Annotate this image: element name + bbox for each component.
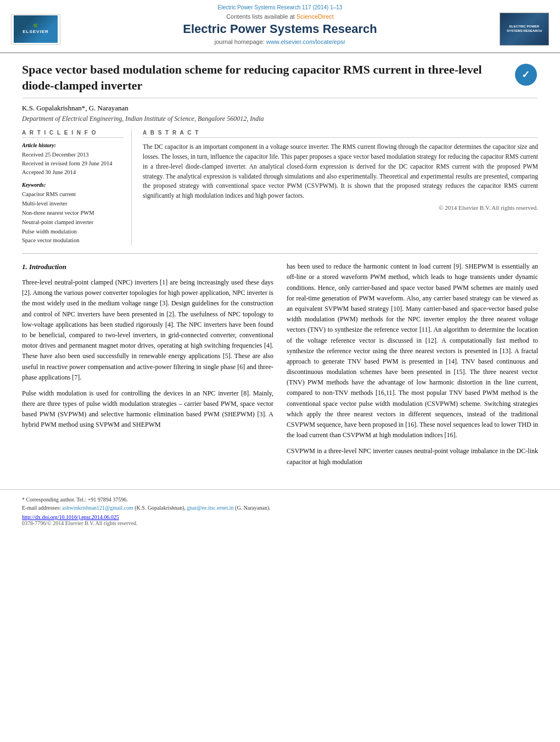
copyright-line: © 2014 Elsevier B.V. All rights reserved… bbox=[143, 204, 538, 211]
top-bar: 🌿 ELSEVIER Contents lists available at S… bbox=[11, 13, 549, 46]
email2-name: (G. Narayanan). bbox=[235, 505, 271, 511]
abstract-text: The DC capacitor is an important compone… bbox=[143, 142, 538, 201]
article-info-label: A R T I C L E I N F O bbox=[22, 130, 124, 138]
accepted: Accepted 30 June 2014 bbox=[22, 168, 124, 177]
section-divider bbox=[22, 253, 538, 254]
authors-text: K.S. Gopalakrishnan*, G. Narayanan bbox=[22, 104, 128, 112]
abstract-label: A B S T R A C T bbox=[143, 130, 538, 138]
article-content: Space vector based modulation scheme for… bbox=[0, 53, 560, 484]
article-history-label: Article history: bbox=[22, 142, 124, 148]
received-revised: Received in revised form 29 June 2014 bbox=[22, 159, 124, 168]
elsevier-label: ELSEVIER bbox=[23, 29, 49, 35]
elsevier-logo: 🌿 ELSEVIER bbox=[11, 14, 60, 44]
page-wrapper: Electric Power Systems Research 117 (201… bbox=[0, 0, 560, 531]
journal-ref-text: Electric Power Systems Research 117 (201… bbox=[218, 4, 343, 10]
footer-area: * Corresponding author. Tel.: +91 97894 … bbox=[0, 489, 560, 531]
received-1: Received 25 December 2013 bbox=[22, 150, 124, 159]
journal-header: Electric Power Systems Research 117 (201… bbox=[0, 0, 560, 53]
intro-para-3: has been used to reduce the harmonic con… bbox=[287, 261, 538, 440]
keyword-capacitor: Capacitor RMS current bbox=[22, 190, 124, 199]
keyword-pulse: Pulse width modulation bbox=[22, 227, 124, 237]
homepage-line: journal homepage: www.elsevier.com/locat… bbox=[71, 38, 489, 45]
keywords-label: Keywords: bbox=[22, 182, 124, 188]
section-1-title: 1. Introduction bbox=[22, 261, 273, 273]
intro-para-1: Three-level neutral-point clamped (NPC) … bbox=[22, 277, 273, 383]
journal-title-header: Electric Power Systems Research bbox=[71, 22, 489, 36]
header-center: Contents lists available at ScienceDirec… bbox=[60, 13, 500, 45]
email1-name: (K.S. Gopalakrishnan), bbox=[135, 505, 186, 511]
sciencedirect-line: Contents lists available at ScienceDirec… bbox=[71, 13, 489, 20]
email2-link[interactable]: gnar@ee.iisc.ernet.in bbox=[187, 505, 234, 511]
corresponding-text: * Corresponding author. Tel.: +91 97894 … bbox=[22, 496, 128, 503]
intro-para-2: Pulse width modulation is used for contr… bbox=[22, 388, 273, 431]
intro-para-4: CSVPWM in a three-level NPC inverter cau… bbox=[287, 446, 538, 467]
authors-line: K.S. Gopalakrishnan*, G. Narayanan bbox=[22, 104, 538, 113]
journal-logo-right: ELECTRIC POWER SYSTEMS RESEARCH bbox=[500, 13, 549, 46]
elsevier-img: 🌿 ELSEVIER bbox=[14, 15, 58, 43]
keyword-space: Space vector modulation bbox=[22, 236, 124, 246]
keyword-nonthree: Non-three nearest vector PWM bbox=[22, 209, 124, 218]
homepage-link[interactable]: www.elsevier.com/locate/epsr bbox=[266, 38, 345, 45]
article-info-abstract: A R T I C L E I N F O Article history: R… bbox=[22, 130, 538, 246]
abstract-col: A B S T R A C T The DC capacitor is an i… bbox=[143, 130, 538, 246]
email-label: E-mail addresses: bbox=[22, 505, 61, 511]
email-line: E-mail addresses: ashwinkrishnan121@gmai… bbox=[22, 504, 538, 512]
journal-ref-line: Electric Power Systems Research 117 (201… bbox=[11, 4, 549, 10]
article-title-section: Space vector based modulation scheme for… bbox=[22, 62, 538, 98]
doi-line[interactable]: http://dx.doi.org/10.1016/j.epsr.2014.06… bbox=[22, 514, 538, 520]
doi-link[interactable]: http://dx.doi.org/10.1016/j.epsr.2014.06… bbox=[22, 514, 119, 520]
keyword-multilevel: Multi-level inverter bbox=[22, 199, 124, 209]
homepage-prefix: journal homepage: bbox=[215, 38, 265, 45]
body-left-col: 1. Introduction Three-level neutral-poin… bbox=[22, 261, 273, 473]
body-section-1: 1. Introduction Three-level neutral-poin… bbox=[22, 261, 538, 473]
crossmark-icon: ✓ bbox=[515, 64, 537, 86]
article-title: Space vector based modulation scheme for… bbox=[22, 62, 513, 93]
keyword-neutralpoint: Neutral-point clamped inverter bbox=[22, 218, 124, 227]
corresponding-note: * Corresponding author. Tel.: +91 97894 … bbox=[22, 495, 538, 504]
sciencedirect-prefix: Contents lists available at bbox=[226, 13, 295, 20]
issn-line: 0378-7796/© 2014 Elsevier B.V. All right… bbox=[22, 520, 538, 526]
body-right-col: has been used to reduce the harmonic con… bbox=[287, 261, 538, 473]
article-info-col: A R T I C L E I N F O Article history: R… bbox=[22, 130, 132, 246]
journal-logo-text: ELECTRIC POWER SYSTEMS RESEARCH bbox=[502, 24, 546, 35]
sciencedirect-link[interactable]: ScienceDirect bbox=[296, 13, 334, 20]
email1-link[interactable]: ashwinkrishnan121@gmail.com bbox=[62, 505, 133, 511]
crossmark-badge[interactable]: ✓ bbox=[513, 62, 538, 87]
affiliation-line: Department of Electrical Engineering, In… bbox=[22, 115, 538, 123]
